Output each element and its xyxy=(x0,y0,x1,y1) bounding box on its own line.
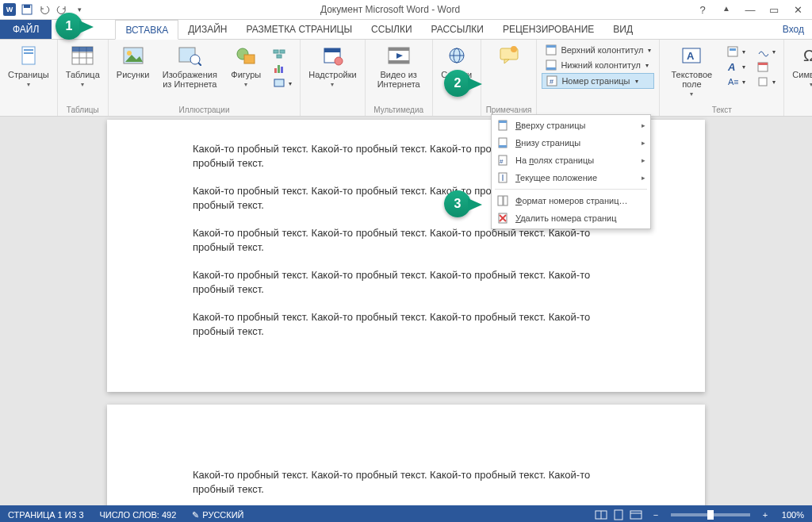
paragraph[interactable]: Какой-то пробный текст. Какой-то пробный… xyxy=(193,268,619,296)
sign-in-link[interactable]: Вход xyxy=(775,20,812,39)
ribbon-collapse-button[interactable]: ▲ xyxy=(718,4,734,16)
online-video-button[interactable]: Видео из Интернета xyxy=(370,41,427,90)
smartart-button[interactable] xyxy=(270,46,295,60)
svg-rect-21 xyxy=(274,68,277,73)
page-margins-icon: # xyxy=(496,154,509,167)
paragraph[interactable]: Какой-то пробный текст. Какой-то пробный… xyxy=(193,468,619,496)
object-button[interactable]: ▾ xyxy=(753,75,779,89)
svg-rect-4 xyxy=(24,52,33,54)
paragraph[interactable]: Какой-то пробный текст. Какой-то пробный… xyxy=(193,310,619,338)
video-icon xyxy=(386,43,412,68)
close-button[interactable]: ✕ xyxy=(790,4,806,16)
annotation-3: 3 xyxy=(444,190,471,217)
header-icon xyxy=(545,44,557,56)
addins-button[interactable]: Надстройки ▾ xyxy=(305,41,359,90)
svg-point-12 xyxy=(127,51,132,56)
help-button[interactable]: ? xyxy=(695,4,710,16)
pages-button[interactable]: Страницы ▾ xyxy=(5,41,52,90)
illustr-more: ▾ xyxy=(270,41,295,90)
menu-remove-page-numbers[interactable]: Удалить номера страниц xyxy=(492,209,650,227)
zoom-out-button[interactable]: − xyxy=(647,510,665,520)
undo-icon[interactable] xyxy=(38,3,51,16)
svg-text:A≡: A≡ xyxy=(728,77,738,86)
menu-page-margins[interactable]: #На полях страницы▸ xyxy=(492,152,650,169)
paragraph[interactable]: Какой-то пробный текст. Какой-то пробный… xyxy=(193,226,619,254)
tab-mailings[interactable]: РАССЫЛКИ xyxy=(422,20,493,39)
table-button[interactable]: Таблица ▾ xyxy=(63,41,103,90)
menu-current-position[interactable]: Текущее положение▸ xyxy=(492,169,650,186)
quick-parts-button[interactable]: ▾ xyxy=(723,44,749,59)
page-number-button[interactable]: # Номер страницы▾ xyxy=(542,73,654,89)
file-tab[interactable]: ФАЙЛ xyxy=(0,20,52,39)
tab-view[interactable]: ВИД xyxy=(603,20,642,39)
pictures-icon xyxy=(121,43,146,68)
screenshot-button[interactable]: ▾ xyxy=(270,76,295,90)
window-controls: ? ▲ — ▭ ✕ xyxy=(695,4,812,16)
page-number-icon: # xyxy=(546,75,558,87)
zoom-level[interactable]: 100% xyxy=(774,510,812,520)
svg-rect-46 xyxy=(728,47,737,56)
current-position-icon xyxy=(496,171,509,184)
menu-bottom-of-page[interactable]: Внизу страницы▸ xyxy=(492,134,650,152)
signature-line-button[interactable]: ▾ xyxy=(753,44,779,59)
svg-rect-39 xyxy=(546,45,556,48)
screenshot-icon xyxy=(273,77,285,90)
pictures-button[interactable]: Рисунки xyxy=(113,41,153,81)
svg-rect-63 xyxy=(504,196,508,205)
object-icon xyxy=(756,75,769,88)
save-icon[interactable] xyxy=(21,3,33,16)
tab-insert[interactable]: ВСТАВКА xyxy=(115,20,178,40)
drop-cap-button[interactable]: A≡▾ xyxy=(723,75,749,89)
svg-rect-30 xyxy=(389,60,409,63)
status-page[interactable]: СТРАНИЦА 1 ИЗ 3 xyxy=(0,510,92,520)
tab-page-layout[interactable]: РАЗМЕТКА СТРАНИЦЫ xyxy=(236,20,362,39)
symbols-icon: Ω xyxy=(799,43,812,68)
table-icon xyxy=(70,43,95,68)
window-title: Документ Microsoft Word - Word xyxy=(86,4,695,15)
signature-icon xyxy=(756,45,769,58)
svg-rect-10 xyxy=(72,47,93,52)
zoom-in-button[interactable]: + xyxy=(756,510,774,520)
date-icon xyxy=(756,60,769,73)
svg-text:#: # xyxy=(500,158,504,165)
pages-label: Страницы xyxy=(8,70,49,79)
status-language[interactable]: ✎РУССКИЙ xyxy=(184,510,251,520)
maximize-button[interactable]: ▭ xyxy=(766,4,782,16)
svg-rect-1 xyxy=(24,5,30,8)
tab-design[interactable]: ДИЗАЙН xyxy=(178,20,236,39)
view-print-layout-icon[interactable] xyxy=(612,509,630,520)
tab-review[interactable]: РЕЦЕНЗИРОВАНИЕ xyxy=(493,20,603,39)
text-box-button[interactable]: A Текстовое поле ▾ xyxy=(665,41,718,99)
view-read-mode-icon[interactable] xyxy=(595,509,612,520)
zoom-slider[interactable] xyxy=(671,513,750,516)
header-button[interactable]: Верхний колонтитул▾ xyxy=(542,43,654,57)
format-page-numbers-icon xyxy=(496,194,509,207)
svg-rect-51 xyxy=(758,63,768,65)
remove-page-numbers-icon xyxy=(496,212,509,225)
quick-parts-icon xyxy=(726,45,739,58)
svg-rect-26 xyxy=(324,48,340,52)
group-comments: Примечания xyxy=(481,40,538,116)
symbols-button[interactable]: Ω Символы ▾ xyxy=(789,41,812,90)
shapes-icon xyxy=(233,43,259,68)
page-bottom-icon xyxy=(496,136,509,149)
group-symbols: Ω Символы ▾ xyxy=(784,40,812,116)
document-area[interactable]: Какой-то пробный текст. Какой-то пробный… xyxy=(0,117,812,505)
chart-button[interactable] xyxy=(270,61,295,75)
menu-top-of-page[interactable]: Вверху страницы▸ xyxy=(492,117,650,134)
tab-references[interactable]: ССЫЛКИ xyxy=(362,20,421,39)
footer-button[interactable]: Нижний колонтитул▾ xyxy=(542,58,654,72)
svg-rect-62 xyxy=(498,196,503,205)
svg-point-27 xyxy=(335,57,343,65)
shapes-button[interactable]: Фигуры ▾ xyxy=(227,41,265,90)
view-web-layout-icon[interactable] xyxy=(630,509,647,520)
group-tables: Таблица ▾ Таблицы xyxy=(58,40,109,116)
comment-button[interactable] xyxy=(490,41,528,70)
wordart-button[interactable]: A▾ xyxy=(723,59,749,74)
svg-text:#: # xyxy=(550,78,553,86)
date-time-button[interactable] xyxy=(753,59,779,74)
status-word-count[interactable]: ЧИСЛО СЛОВ: 492 xyxy=(92,510,185,520)
online-pictures-button[interactable]: Изображения из Интернета xyxy=(157,41,222,90)
menu-format-page-numbers[interactable]: Формат номеров страниц… xyxy=(492,192,650,209)
minimize-button[interactable]: — xyxy=(742,4,758,16)
